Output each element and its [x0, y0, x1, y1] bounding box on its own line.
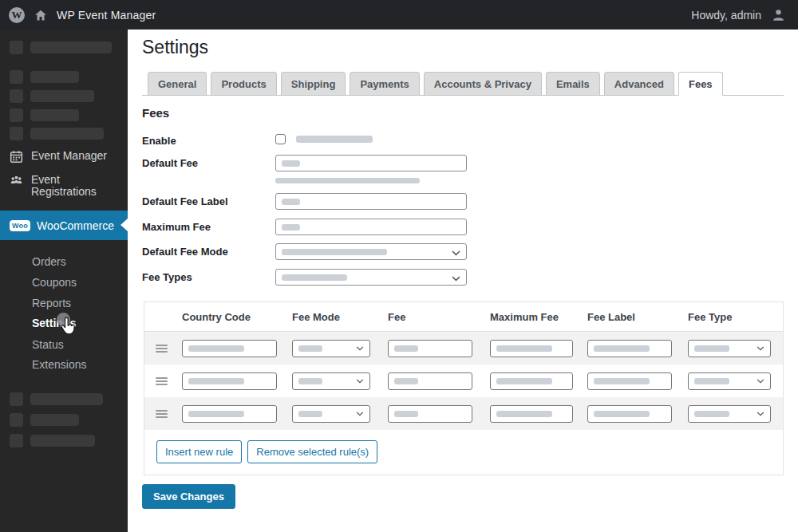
tab-shipping[interactable]: Shipping	[281, 72, 346, 96]
table-row	[144, 397, 783, 430]
sidebar-item-redacted[interactable]	[10, 70, 79, 84]
table-row	[144, 365, 783, 397]
redacted-description	[275, 178, 420, 183]
fee-label-input[interactable]	[587, 405, 672, 423]
sidebar-subitem-extensions[interactable]: Extensions	[32, 358, 86, 371]
field-label: Default Fee	[142, 155, 275, 169]
field-label: Fee Types	[142, 269, 275, 283]
maximum-fee-input[interactable]	[490, 340, 573, 357]
chevron-down-icon	[452, 270, 460, 285]
tab-payments[interactable]: Payments	[350, 72, 419, 96]
sidebar-item-label: WooCommerce	[37, 219, 114, 232]
tab-advanced[interactable]: Advanced	[604, 72, 674, 96]
default-fee-label-input[interactable]	[275, 193, 467, 210]
country-code-input[interactable]	[182, 372, 277, 390]
site-title[interactable]: WP Event Manager	[57, 9, 156, 22]
column-header-fee: Fee	[377, 311, 480, 323]
sidebar-item-redacted[interactable]	[10, 434, 95, 447]
sidebar-item-redacted[interactable]	[10, 89, 94, 103]
column-header-country-code: Country Code	[172, 311, 282, 323]
sidebar-item-label: Event Registrations	[31, 174, 117, 198]
section-title: Fees	[142, 106, 169, 120]
woo-badge: Woo	[10, 220, 30, 231]
form-row-maximum-fee: Maximum Fee	[142, 219, 467, 235]
admin-bar-left: W WP Event Manager	[0, 7, 156, 23]
tab-general[interactable]: General	[148, 72, 207, 96]
drag-handle-icon[interactable]	[156, 377, 168, 385]
tab-fees[interactable]: Fees	[678, 72, 723, 96]
field-label: Default Fee Label	[142, 193, 275, 207]
fee-type-select[interactable]	[688, 372, 771, 390]
sidebar-subitem-coupons[interactable]: Coupons	[32, 276, 77, 289]
form-row-default-fee-label: Default Fee Label	[142, 193, 467, 210]
sidebar-item-redacted[interactable]	[10, 41, 112, 54]
fee-mode-select[interactable]	[292, 372, 370, 390]
chevron-down-icon	[356, 346, 364, 351]
sidebar: Event Manager Event Registrations Woo Wo…	[0, 30, 128, 532]
tab-accounts-privacy[interactable]: Accounts & Privacy	[424, 72, 542, 96]
sidebar-item-woocommerce[interactable]: Woo WooCommerce	[0, 211, 128, 240]
sidebar-item-redacted[interactable]	[10, 127, 104, 140]
fee-input[interactable]	[388, 340, 472, 357]
table-row	[144, 332, 783, 365]
drag-handle-icon[interactable]	[156, 410, 168, 418]
save-changes-button[interactable]: Save Changes	[142, 484, 235, 509]
default-fee-mode-select[interactable]	[275, 243, 467, 260]
redacted-icon	[10, 127, 23, 140]
fee-label-input[interactable]	[587, 372, 672, 390]
table-footer: Insert new rule Remove selected rule(s)	[144, 430, 783, 475]
sidebar-item-label: Event Manager	[31, 150, 107, 162]
form-row-fee-types: Fee Types	[142, 269, 467, 286]
hand-cursor-icon	[58, 317, 77, 342]
chevron-down-icon	[757, 379, 764, 384]
home-icon[interactable]	[34, 8, 48, 22]
sidebar-item-redacted[interactable]	[10, 392, 103, 406]
fee-types-select[interactable]	[275, 269, 467, 286]
admin-bar-right: Howdy, admin	[691, 7, 798, 22]
wordpress-logo-icon[interactable]: W	[9, 7, 25, 23]
maximum-fee-input[interactable]	[275, 219, 467, 235]
tab-products[interactable]: Products	[211, 72, 276, 96]
user-greeting[interactable]: Howdy, admin	[691, 9, 761, 22]
remove-selected-rule-button[interactable]: Remove selected rule(s)	[247, 440, 377, 463]
fee-label-input[interactable]	[587, 340, 672, 357]
sidebar-item-redacted[interactable]	[10, 413, 79, 427]
country-code-input[interactable]	[182, 405, 277, 423]
people-icon	[10, 174, 23, 190]
fee-type-select[interactable]	[688, 340, 771, 357]
redacted-icon	[10, 108, 23, 122]
sidebar-item-event-registrations[interactable]: Event Registrations	[10, 174, 117, 198]
redacted-icon	[10, 392, 23, 406]
user-avatar-icon[interactable]	[771, 7, 786, 22]
drag-handle-icon[interactable]	[156, 345, 168, 353]
fee-mode-select[interactable]	[292, 405, 370, 423]
redacted-checkbox-text	[296, 136, 373, 143]
redacted-icon	[10, 41, 23, 54]
fee-mode-select[interactable]	[292, 340, 370, 357]
tab-emails[interactable]: Emails	[546, 72, 600, 96]
form-row-default-fee-mode: Default Fee Mode	[142, 243, 467, 260]
country-code-input[interactable]	[182, 340, 277, 357]
fee-input[interactable]	[388, 405, 472, 423]
maximum-fee-input[interactable]	[490, 372, 573, 390]
admin-bar: W WP Event Manager Howdy, admin	[0, 0, 798, 30]
sidebar-subitem-orders[interactable]: Orders	[32, 255, 66, 268]
column-header-maximum-fee: Maximum Fee	[480, 311, 577, 323]
sidebar-subitem-reports[interactable]: Reports	[32, 297, 71, 309]
fee-type-select[interactable]	[688, 405, 771, 423]
form-row-enable: Enable	[142, 132, 373, 147]
default-fee-input[interactable]	[275, 155, 467, 171]
column-header-fee-mode: Fee Mode	[282, 311, 377, 323]
sidebar-item-redacted[interactable]	[10, 108, 79, 122]
insert-new-rule-button[interactable]: Insert new rule	[156, 440, 242, 463]
sidebar-item-event-manager[interactable]: Event Manager	[10, 150, 107, 166]
form-row-default-fee: Default Fee	[142, 155, 467, 183]
fee-input[interactable]	[388, 372, 472, 390]
maximum-fee-input[interactable]	[490, 405, 573, 423]
chevron-down-icon	[356, 379, 364, 384]
settings-tabs: General Products Shipping Payments Accou…	[142, 72, 784, 96]
field-label: Enable	[142, 132, 275, 147]
enable-checkbox[interactable]	[275, 134, 286, 144]
redacted-icon	[10, 413, 23, 427]
page-title: Settings	[142, 37, 208, 58]
